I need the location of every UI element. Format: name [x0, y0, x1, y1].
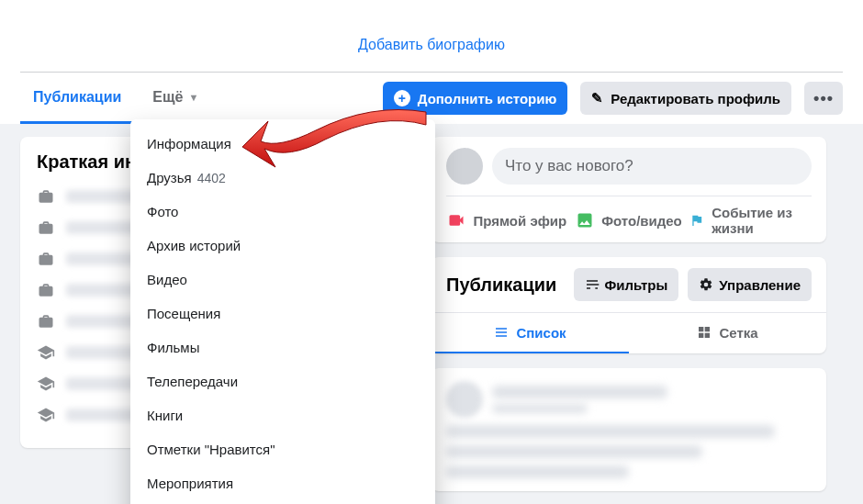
dropdown-item-label: Информация [147, 136, 231, 151]
live-video-action[interactable]: Прямой эфир [446, 204, 568, 237]
tab-publications[interactable]: Публикации [20, 73, 134, 124]
posts-header: Публикации [446, 274, 556, 296]
add-story-button[interactable]: + Дополнить историю [383, 82, 568, 115]
photo-video-action[interactable]: Фото/видео [568, 204, 690, 237]
manage-button[interactable]: Управление [688, 268, 812, 301]
list-icon [494, 325, 509, 340]
filters-label: Фильтры [605, 277, 668, 293]
dropdown-item-about[interactable]: Информация [130, 127, 435, 161]
dropdown-item-movies[interactable]: Фильмы [130, 330, 435, 364]
briefcase-icon [37, 218, 55, 237]
profile-tabs: Публикации Ещё ▼ + Дополнить историю ✎ Р… [20, 73, 843, 124]
add-bio-link[interactable]: Добавить биографию [358, 37, 505, 52]
dropdown-item-books[interactable]: Книги [130, 398, 435, 432]
dropdown-item-label: Друзья [147, 170, 192, 185]
pencil-icon: ✎ [591, 90, 603, 106]
blurred-text [446, 445, 702, 458]
avatar [446, 381, 483, 418]
edit-profile-button[interactable]: ✎ Редактировать профиль [580, 82, 791, 115]
dropdown-item-label: Мероприятия [147, 476, 233, 491]
view-grid-label: Сетка [719, 325, 757, 341]
dropdown-item-events[interactable]: Мероприятия [130, 466, 435, 500]
dropdown-item-label: Телепередачи [147, 374, 238, 389]
more-options-button[interactable]: ••• [804, 82, 843, 115]
dropdown-item-photos[interactable]: Фото [130, 195, 435, 229]
avatar[interactable] [446, 148, 483, 185]
live-video-label: Прямой эфир [473, 213, 566, 229]
dropdown-item-likes[interactable]: Отметки "Нравится" [130, 432, 435, 466]
dropdown-item-label: Фильмы [147, 340, 199, 355]
manage-label: Управление [719, 277, 801, 293]
photo-icon [576, 211, 594, 230]
dropdown-item-questions[interactable]: Вопросы [130, 500, 435, 504]
chevron-down-icon: ▼ [188, 92, 198, 103]
briefcase-icon [37, 281, 55, 299]
more-dropdown: Информация Друзья4402 Фото Архив историй… [130, 119, 435, 504]
dropdown-item-videos[interactable]: Видео [130, 263, 435, 297]
dropdown-item-label: Архив историй [147, 238, 241, 253]
posts-card: Публикации Фильтры Управление Список [432, 257, 826, 353]
dropdown-item-label: Книги [147, 408, 183, 423]
post-item [432, 368, 826, 491]
graduation-icon [37, 375, 55, 393]
blurred-text [492, 386, 667, 398]
dropdown-item-label: Фото [147, 204, 178, 219]
create-post-input[interactable]: Что у вас нового? [492, 148, 812, 185]
gear-icon [699, 277, 713, 292]
graduation-icon [37, 343, 55, 362]
graduation-icon [37, 406, 55, 424]
filters-button[interactable]: Фильтры [574, 268, 679, 301]
dropdown-item-label: Видео [147, 272, 187, 287]
plus-icon: + [394, 90, 410, 106]
dropdown-item-label: Посещения [147, 306, 220, 321]
briefcase-icon [37, 187, 55, 206]
create-post-placeholder: Что у вас нового? [505, 157, 633, 175]
tab-publications-label: Публикации [33, 89, 121, 106]
blurred-text [446, 425, 775, 438]
tab-more-label: Ещё [152, 89, 183, 106]
grid-icon [697, 325, 712, 340]
dropdown-item-label: Отметки "Нравится" [147, 442, 275, 457]
life-event-label: Событие из жизни [712, 205, 812, 236]
ellipsis-icon: ••• [813, 89, 834, 108]
dropdown-item-count: 4402 [197, 171, 226, 185]
blurred-text [492, 404, 588, 413]
view-grid-tab[interactable]: Сетка [629, 313, 826, 353]
flag-icon [689, 211, 704, 230]
dropdown-item-friends[interactable]: Друзья4402 [130, 161, 435, 195]
briefcase-icon [37, 312, 55, 330]
dropdown-item-tv[interactable]: Телепередачи [130, 364, 435, 398]
briefcase-icon [37, 250, 55, 268]
blurred-text [446, 465, 629, 478]
view-list-label: Список [516, 325, 566, 341]
view-list-tab[interactable]: Список [432, 313, 629, 353]
create-post-card: Что у вас нового? Прямой эфир Фото/видео… [432, 137, 826, 242]
video-camera-icon [447, 211, 465, 230]
dropdown-item-story-archive[interactable]: Архив историй [130, 229, 435, 263]
dropdown-item-checkins[interactable]: Посещения [130, 297, 435, 330]
sliders-icon [585, 277, 600, 292]
life-event-action[interactable]: Событие из жизни [689, 204, 812, 237]
add-story-label: Дополнить историю [418, 91, 557, 106]
tab-more[interactable]: Ещё ▼ [140, 73, 211, 124]
edit-profile-label: Редактировать профиль [611, 91, 780, 106]
photo-video-label: Фото/видео [601, 213, 682, 229]
